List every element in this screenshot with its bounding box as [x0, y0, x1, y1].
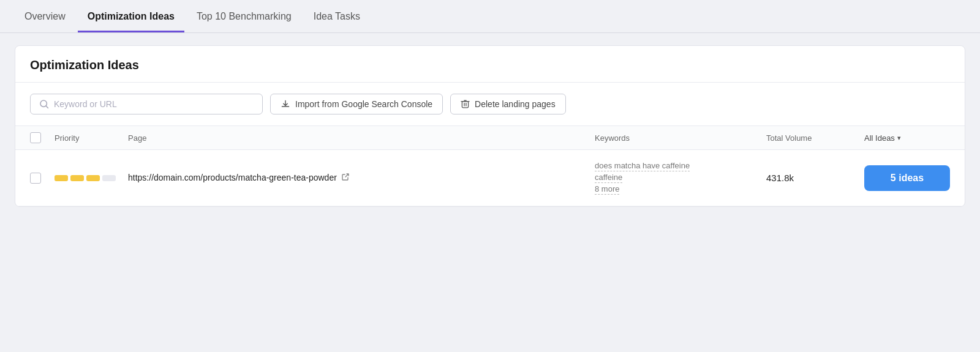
priority-bar-2	[70, 175, 84, 181]
select-all-checkbox[interactable]	[30, 132, 41, 143]
priority-indicator	[55, 175, 128, 181]
main-content-card: Optimization Ideas Import from Google Se…	[15, 45, 965, 207]
keyword-more[interactable]: 8 more	[595, 184, 619, 195]
keyword-item-1[interactable]: does matcha have caffeine	[595, 161, 690, 171]
section-title: Optimization Ideas	[30, 58, 139, 72]
page-url[interactable]: https://domain.com/products/matcha-green…	[128, 171, 595, 184]
toolbar: Import from Google Search Console Delete…	[15, 83, 965, 126]
import-icon	[281, 99, 290, 109]
delete-button-label: Delete landing pages	[475, 99, 556, 109]
section-header: Optimization Ideas	[15, 46, 965, 83]
search-icon	[39, 99, 49, 109]
keyword-item-caffeine[interactable]: caffeine	[595, 173, 622, 183]
col-header-all-ideas[interactable]: All Ideas ▾	[864, 133, 950, 143]
tab-bar: Overview Optimization Ideas Top 10 Bench…	[0, 0, 980, 33]
delete-landing-pages-button[interactable]: Delete landing pages	[450, 94, 566, 114]
priority-bar-4	[102, 175, 116, 181]
tab-overview[interactable]: Overview	[15, 0, 75, 32]
import-google-search-console-button[interactable]: Import from Google Search Console	[270, 94, 443, 114]
external-link-icon[interactable]	[342, 173, 349, 184]
chevron-down-icon: ▾	[897, 134, 901, 142]
total-volume-value: 431.8k	[766, 173, 864, 183]
priority-bar-1	[55, 175, 68, 181]
col-header-keywords: Keywords	[595, 133, 766, 143]
tab-optimization-ideas[interactable]: Optimization Ideas	[78, 0, 184, 32]
tab-top-10-benchmarking[interactable]: Top 10 Benchmarking	[187, 0, 301, 32]
keywords-column: does matcha have caffeine caffeine 8 mor…	[595, 161, 766, 195]
tab-idea-tasks[interactable]: Idea Tasks	[304, 0, 370, 32]
import-button-label: Import from Google Search Console	[295, 99, 432, 109]
table-header: Priority Page Keywords Total Volume All …	[15, 126, 965, 150]
svg-line-1	[46, 106, 48, 108]
row-checkbox[interactable]	[30, 173, 41, 184]
table-row: https://domain.com/products/matcha-green…	[15, 150, 965, 206]
search-input[interactable]	[54, 99, 254, 109]
col-header-priority: Priority	[55, 133, 128, 143]
search-input-wrapper	[30, 94, 263, 114]
delete-icon	[461, 99, 470, 109]
svg-rect-2	[462, 102, 469, 108]
col-header-total-volume: Total Volume	[766, 133, 864, 143]
priority-bar-3	[86, 175, 100, 181]
ideas-button[interactable]: 5 ideas	[864, 165, 950, 191]
col-header-page: Page	[128, 133, 595, 143]
